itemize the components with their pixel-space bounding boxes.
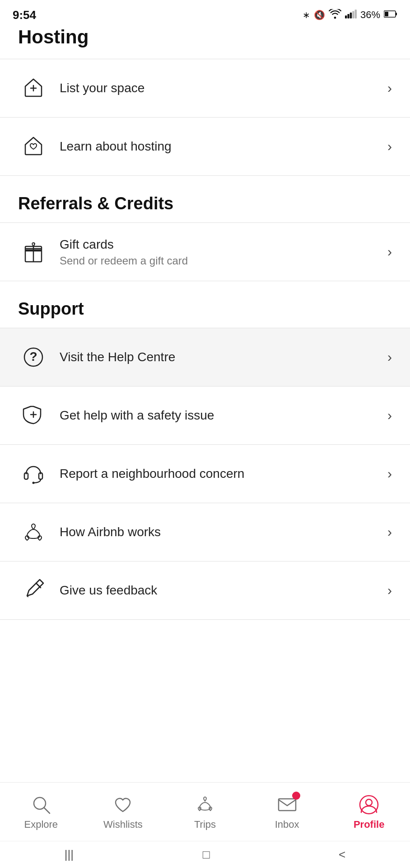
neighbourhood-text: Report a neighbourhood concern xyxy=(60,466,382,482)
svg-line-22 xyxy=(27,596,28,597)
battery-icon xyxy=(384,10,397,20)
trips-label: Trips xyxy=(194,819,216,830)
inbox-badge xyxy=(292,792,300,800)
battery-percentage: 36% xyxy=(360,9,380,21)
wifi-icon xyxy=(329,9,341,21)
mute-icon: 🔇 xyxy=(314,9,325,20)
help-circle-icon: ? xyxy=(18,342,49,373)
android-menu-btn[interactable]: ||| xyxy=(65,848,74,862)
how-airbnb-text: How Airbnb works xyxy=(60,524,382,540)
feedback-text: Give us feedback xyxy=(60,582,382,599)
nav-profile[interactable]: Profile xyxy=(328,789,410,830)
svg-text:?: ? xyxy=(29,349,37,363)
chevron-right-icon: › xyxy=(387,524,392,540)
status-icons: ∗ 🔇 36% xyxy=(303,9,397,21)
signal-icon xyxy=(345,9,357,21)
chevron-right-icon: › xyxy=(387,349,392,365)
referrals-section-title: Referrals & Credits xyxy=(0,176,410,222)
profile-label: Profile xyxy=(354,819,384,830)
android-nav: ||| □ < xyxy=(0,841,410,868)
feedback-item[interactable]: Give us feedback › xyxy=(0,561,410,620)
how-airbnb-works-item[interactable]: How Airbnb works › xyxy=(0,503,410,561)
gift-cards-item[interactable]: Gift cards Send or redeem a gift card › xyxy=(0,222,410,281)
chevron-right-icon: › xyxy=(387,466,392,481)
chevron-right-icon: › xyxy=(387,244,392,259)
chevron-right-icon: › xyxy=(387,583,392,598)
svg-rect-2 xyxy=(350,12,352,18)
svg-rect-3 xyxy=(352,11,354,18)
svg-line-21 xyxy=(36,583,41,588)
nav-inbox[interactable]: Inbox xyxy=(246,789,328,830)
nav-wishlists[interactable]: Wishlists xyxy=(82,789,164,830)
main-content: Hosting List your space › xyxy=(0,26,410,701)
chevron-right-icon: › xyxy=(387,139,392,154)
android-home-btn[interactable]: □ xyxy=(203,848,210,862)
wishlists-icon xyxy=(112,793,134,816)
svg-point-20 xyxy=(33,482,35,484)
nav-explore[interactable]: Explore xyxy=(0,789,82,830)
learn-hosting-text: Learn about hosting xyxy=(60,138,382,155)
android-back-btn[interactable]: < xyxy=(339,848,345,862)
bottom-nav: Explore Wishlists Trips xyxy=(0,782,410,841)
explore-label: Explore xyxy=(24,819,58,830)
gift-cards-text: Gift cards Send or redeem a gift card xyxy=(60,236,382,267)
wishlists-label: Wishlists xyxy=(103,819,143,830)
list-your-space-item[interactable]: List your space › xyxy=(0,59,410,117)
home-plus-icon xyxy=(18,73,49,104)
nav-trips[interactable]: Trips xyxy=(164,789,246,830)
shield-plus-icon xyxy=(18,400,49,431)
chevron-right-icon: › xyxy=(387,408,392,423)
profile-icon xyxy=(358,793,380,816)
hosting-section-title: Hosting xyxy=(0,26,410,59)
list-your-space-text: List your space xyxy=(60,80,382,96)
headset-icon xyxy=(18,458,49,489)
chevron-right-icon: › xyxy=(387,80,392,96)
status-time: 9:54 xyxy=(13,8,36,22)
svg-point-23 xyxy=(34,797,46,809)
pencil-icon xyxy=(18,575,49,606)
inbox-icon xyxy=(276,793,298,816)
safety-issue-item[interactable]: Get help with a safety issue › xyxy=(0,386,410,444)
home-heart-icon xyxy=(18,131,49,162)
gift-icon xyxy=(18,236,49,267)
svg-line-24 xyxy=(44,808,50,813)
trips-icon xyxy=(194,793,216,816)
svg-rect-1 xyxy=(347,14,349,19)
svg-rect-4 xyxy=(355,9,357,19)
svg-rect-7 xyxy=(396,13,397,15)
safety-issue-text: Get help with a safety issue xyxy=(60,407,382,424)
inbox-label: Inbox xyxy=(275,819,299,830)
svg-rect-0 xyxy=(345,15,347,19)
support-menu: ? Visit the Help Centre › Get help with … xyxy=(0,328,410,620)
neighbourhood-concern-item[interactable]: Report a neighbourhood concern › xyxy=(0,444,410,503)
help-centre-item[interactable]: ? Visit the Help Centre › xyxy=(0,328,410,386)
help-centre-text: Visit the Help Centre xyxy=(60,349,382,365)
hosting-menu: List your space › Learn about hosting › xyxy=(0,59,410,176)
bluetooth-icon: ∗ xyxy=(303,9,310,20)
svg-point-26 xyxy=(366,799,372,806)
status-bar: 9:54 ∗ 🔇 36% xyxy=(0,0,410,26)
explore-icon xyxy=(30,793,52,816)
airbnb-icon xyxy=(18,517,49,547)
svg-rect-6 xyxy=(385,12,388,16)
referrals-menu: Gift cards Send or redeem a gift card › xyxy=(0,222,410,281)
svg-point-25 xyxy=(360,796,378,814)
learn-hosting-item[interactable]: Learn about hosting › xyxy=(0,117,410,176)
support-section-title: Support xyxy=(0,281,410,328)
